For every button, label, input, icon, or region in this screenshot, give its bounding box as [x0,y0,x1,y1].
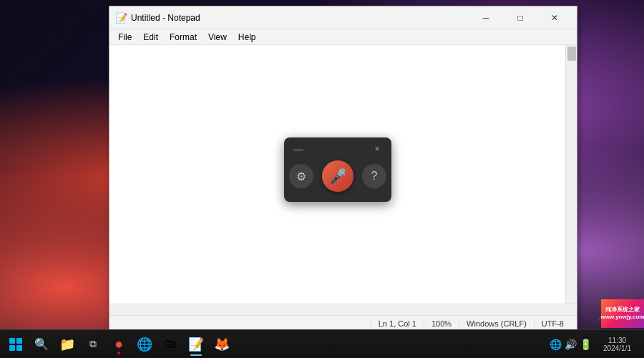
voice-input-dialog: — × ⚙ 🎤 ? [284,137,391,202]
taskbar-app-firefox[interactable]: 🦊 [209,332,235,357]
battery-icon: 🔋 [580,339,592,350]
taskbar: 🔍 📁 ⧉ ● 🌐 🛍 📝 🦊 🌐 🔊 🔋 11:30 2024/1/1 [0,329,644,358]
voice-dialog-header: — × [284,137,391,158]
voice-mic-button[interactable]: 🎤 [322,160,353,192]
network-icon: 🌐 [550,339,562,350]
menu-edit[interactable]: Edit [137,31,164,44]
badge-line1: 纯净系统之家 [601,306,644,314]
notepad-icon: 📝 [115,12,127,24]
menu-help[interactable]: Help [233,31,262,44]
zoom-level: 100% [424,319,459,328]
menu-file[interactable]: File [112,31,137,44]
task-view-icon: ⧉ [89,338,97,350]
line-ending: Windows (CRLF) [459,319,534,328]
menu-bar: File Edit Format View Help [109,29,577,45]
taskbar-app-notepad[interactable]: 📝 [183,332,209,357]
close-button[interactable]: ✕ [538,6,571,29]
sound-icon: 🔊 [565,339,577,350]
windows-logo [9,338,22,351]
taskbar-app-taskview[interactable]: ⧉ [80,332,106,357]
taskbar-app-fileexplorer[interactable]: 📁 [54,332,80,357]
voice-settings-button[interactable]: ⚙ [289,164,313,188]
maximize-button[interactable]: □ [504,6,537,29]
voice-minimize-button[interactable]: — [291,142,306,156]
file-explorer-icon: 📁 [59,337,75,352]
app-icon: ● [114,336,123,352]
window-title: Untitled - Notepad [131,13,469,23]
help-icon: ? [371,170,378,183]
firefox-icon: 🦊 [214,337,230,352]
vertical-scrollbar[interactable] [565,45,577,304]
system-tray: 🌐 🔊 🔋 11:30 2024/1/1 [540,335,641,354]
clock-date: 2024/1/1 [603,344,631,352]
status-bar: Ln 1, Col 1 100% Windows (CRLF) UTF-8 [109,315,577,331]
gear-icon: ⚙ [296,170,306,183]
menu-format[interactable]: Format [164,31,203,44]
horizontal-scrollbar[interactable] [109,304,577,315]
window-controls: ─ □ ✕ [469,6,571,29]
badge-line2: www.yowjy.com [601,314,644,321]
search-icon: 🔍 [34,337,49,351]
notepad-taskbar-icon: 📝 [188,337,204,352]
voice-close-button[interactable]: × [370,142,384,156]
voice-dialog-buttons: ⚙ 🎤 ? [282,158,394,198]
microphone-icon: 🎤 [329,168,347,185]
systray-icons[interactable]: 🌐 🔊 🔋 [545,336,596,353]
start-button[interactable] [3,332,29,357]
corner-badge: 纯净系统之家 www.yowjy.com [601,299,644,328]
encoding: UTF-8 [534,319,571,328]
taskbar-app-store[interactable]: 🛍 [157,332,183,357]
taskbar-app-edge[interactable]: 🌐 [132,332,157,357]
taskbar-app-red[interactable]: ● [106,332,132,357]
store-icon: 🛍 [164,337,177,352]
taskbar-search-button[interactable]: 🔍 [29,332,54,357]
minimize-button[interactable]: ─ [469,6,502,29]
edge-icon: 🌐 [137,337,152,352]
menu-view[interactable]: View [203,31,233,44]
taskbar-clock[interactable]: 11:30 2024/1/1 [599,335,635,354]
title-bar: 📝 Untitled - Notepad ─ □ ✕ [109,6,577,29]
cursor-position: Ln 1, Col 1 [371,319,424,328]
clock-time: 11:30 [608,337,626,344]
voice-help-button[interactable]: ? [362,164,386,188]
scrollbar-thumb[interactable] [567,47,576,61]
